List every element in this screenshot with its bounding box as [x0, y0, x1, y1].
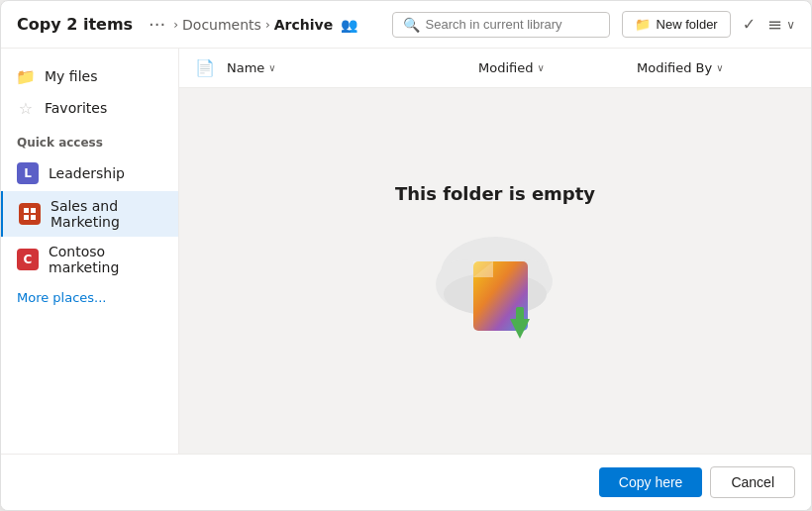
copy-dialog: Copy 2 items ··· › Documents › Archive 👥… [0, 0, 812, 511]
svg-rect-12 [516, 307, 524, 323]
quick-access-heading: Quick access [1, 124, 178, 155]
file-type-col: 📄 [195, 58, 227, 77]
view-chevron-icon: ∨ [786, 18, 795, 32]
column-name[interactable]: Name ∨ [227, 60, 478, 75]
empty-state-text: This folder is empty [395, 183, 595, 204]
file-list-header: 📄 Name ∨ Modified ∨ Modified By ∨ [179, 49, 811, 88]
sidebar-item-sales-marketing[interactable]: Sales and Marketing [1, 191, 178, 237]
new-folder-button[interactable]: 📁 New folder [622, 11, 731, 38]
sidebar-leadership-label: Leadership [49, 165, 125, 181]
dialog-header: Copy 2 items ··· › Documents › Archive 👥… [1, 1, 811, 49]
breadcrumb-nav: ··· › Documents › Archive 👥 [145, 12, 379, 37]
new-folder-icon: 📁 [635, 17, 651, 32]
column-modified[interactable]: Modified ∨ [478, 60, 637, 75]
sidebar-item-favorites[interactable]: ☆ Favorites [1, 92, 178, 124]
chevron-icon-2: › [265, 18, 270, 32]
modified-sort-icon: ∨ [537, 62, 544, 73]
breadcrumb-documents[interactable]: Documents [182, 17, 261, 33]
star-icon: ☆ [17, 99, 35, 117]
empty-state-svg [416, 220, 574, 358]
modified-by-sort-icon: ∨ [716, 62, 723, 73]
search-icon: 🔍 [403, 17, 420, 33]
empty-illustration [416, 220, 574, 358]
dialog-body: 📁 My files ☆ Favorites Quick access L Le… [1, 49, 811, 454]
dialog-title: Copy 2 items [17, 15, 133, 34]
column-name-label: Name [227, 60, 264, 75]
share-icon: 👥 [341, 17, 357, 33]
sidebar-item-myfiles[interactable]: 📁 My files [1, 60, 178, 92]
sidebar-item-contoso[interactable]: C Contoso marketing [1, 237, 178, 282]
name-sort-icon: ∨ [268, 62, 275, 73]
nav-more-icon[interactable]: ··· [145, 12, 169, 37]
file-type-icon: 📄 [195, 58, 215, 77]
svg-rect-3 [31, 215, 36, 220]
search-input[interactable] [426, 17, 599, 32]
folder-icon: 📁 [17, 67, 35, 85]
main-content: 📄 Name ∨ Modified ∨ Modified By ∨ This f… [179, 49, 811, 454]
view-toggle-button[interactable]: ≡ ∨ [767, 14, 795, 35]
dialog-footer: Copy here Cancel [1, 454, 811, 510]
view-icon: ≡ [767, 14, 782, 35]
check-icon[interactable]: ✓ [743, 15, 756, 34]
contoso-icon: C [17, 249, 39, 270]
more-places-link[interactable]: More places... [1, 282, 178, 313]
chevron-icon: › [173, 18, 178, 32]
sidebar-favorites-label: Favorites [45, 100, 107, 116]
column-modified-label: Modified [478, 60, 533, 75]
new-folder-label: New folder [657, 17, 718, 32]
sales-icon [19, 203, 41, 225]
sidebar-contoso-label: Contoso marketing [49, 244, 162, 275]
breadcrumb-archive[interactable]: Archive [274, 17, 333, 33]
empty-state: This folder is empty [179, 88, 811, 454]
svg-rect-2 [24, 215, 29, 220]
leadership-icon: L [17, 162, 39, 184]
sidebar-sales-label: Sales and Marketing [51, 198, 162, 230]
svg-rect-0 [24, 208, 29, 213]
sidebar-myfiles-label: My files [45, 68, 97, 84]
column-modified-by[interactable]: Modified By ∨ [637, 60, 795, 75]
copy-here-button[interactable]: Copy here [599, 467, 703, 497]
sidebar: 📁 My files ☆ Favorites Quick access L Le… [1, 49, 179, 454]
search-box[interactable]: 🔍 [392, 12, 610, 38]
sidebar-item-leadership[interactable]: L Leadership [1, 155, 178, 191]
column-modified-by-label: Modified By [637, 60, 712, 75]
cancel-button[interactable]: Cancel [710, 466, 795, 498]
svg-rect-1 [31, 208, 36, 213]
